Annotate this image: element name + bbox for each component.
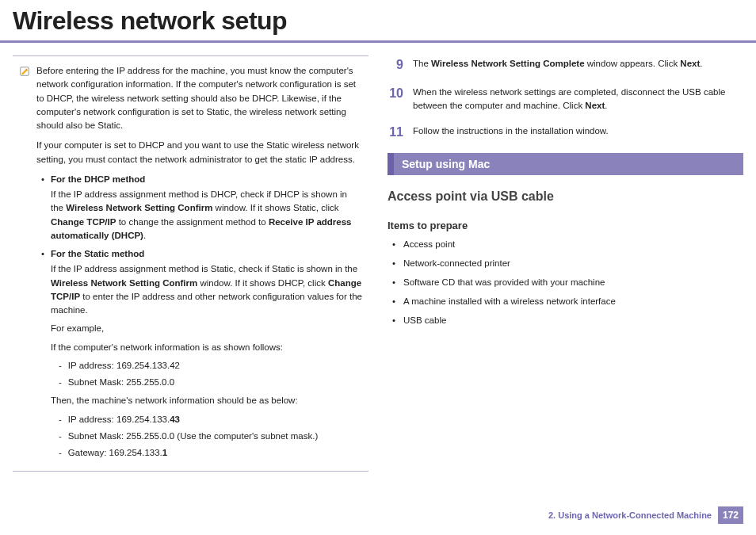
t: . [700,59,702,68]
t: . [143,231,146,240]
list-item: •Software CD that was provided with your… [388,277,743,287]
list-item: •Access point [388,239,743,249]
item-text: A machine installed with a wireless netw… [403,296,616,306]
ip-value: IP address: 169.254.133.42 [68,359,180,373]
dhcp-heading: For the DHCP method [51,173,145,186]
item-text: Software CD that was provided with your … [403,277,605,287]
step-number: 9 [388,55,403,75]
footer-chapter: 2. Using a Network-Connected Machine [548,510,712,520]
item-text: Network-connected printer [403,258,510,268]
static-heading: For the Static method [51,247,144,261]
bullet-icon: • [392,296,395,306]
ip2-row: -IP address: 169.254.133.43 [51,413,362,426]
note-content: Before entering the IP address for the m… [36,64,362,464]
t: The [413,59,431,68]
page-footer: 2. Using a Network-Connected Machine 172 [548,506,743,524]
then-label: Then, the machine's network information … [36,394,362,407]
dhcp-bullet: • For the DHCP method [36,173,362,186]
bullet-icon: • [41,247,44,261]
step-11: 11 Follow the instructions in the instal… [388,123,743,142]
note-para-2: If your computer is set to DHCP and you … [36,139,362,166]
dash-icon: - [59,413,62,426]
heading-items: Items to prepare [388,220,743,231]
t: to enter the IP address and other networ… [51,292,362,315]
note-para-1: Before entering the IP address for the m… [36,64,362,132]
content-columns: Before entering the IP address for the m… [0,43,756,484]
list-item: •A machine installed with a wireless net… [388,296,743,306]
bullet-icon: • [392,239,395,249]
t: . [605,101,607,110]
step-text: Follow the instructions in the installat… [413,123,743,142]
mask2-row: -Subnet Mask: 255.255.0.0 (Use the compu… [51,430,362,443]
bullet-icon: • [41,173,44,186]
t: 1 [162,448,167,457]
bullet-icon: • [392,258,395,268]
item-text: Access point [403,239,455,249]
static-text: If the IP address assignment method is S… [36,262,362,317]
dash-icon: - [59,376,62,389]
dhcp-text: If the IP address assignment method is D… [36,188,362,243]
heading-access-point: Access point via USB cable [388,189,743,204]
step-10: 10 When the wireless network settings ar… [388,84,743,113]
dash-icon: - [59,446,62,460]
mask-row: -Subnet Mask: 255.255.0.0 [51,376,362,389]
step-9: 9 The Wireless Network Setting Complete … [388,55,743,75]
left-column: Before entering the IP address for the m… [13,55,368,472]
ip-row: -IP address: 169.254.133.42 [51,359,362,373]
t: Next [680,59,700,68]
footer-page-number: 172 [718,506,743,524]
list-item: •Network-connected printer [388,258,743,268]
t: window appears. Click [585,59,681,68]
dash-icon: - [59,430,62,443]
step-text: When the wireless network settings are c… [413,84,743,113]
gw-row: -Gateway: 169.254.133.1 [51,446,362,460]
static-bullet: • For the Static method [36,247,362,261]
step-text: The Wireless Network Setting Complete wi… [413,55,743,75]
page-title: Wireless network setup [0,0,756,43]
mask2-value: Subnet Mask: 255.255.0.0 (Use the comput… [68,430,318,443]
dash-icon: - [59,359,62,373]
t: When the wireless network settings are c… [413,87,725,110]
t: Wireless Network Setting Confirm [66,203,212,212]
t: Gateway: 169.254.133. [68,448,162,457]
t: window. If it shows Static, click [212,203,338,212]
t: window. If it shows DHCP, click [197,278,328,288]
bullet-icon: • [392,277,395,287]
t: 43 [170,415,180,424]
mask-value: Subnet Mask: 255.255.0.0 [68,376,174,389]
note-icon [19,66,30,77]
t: Wireless Network Setting Confirm [51,278,197,288]
t: to change the assignment method to [116,217,268,227]
t: IP address: 169.254.133. [68,415,170,424]
right-column: 9 The Wireless Network Setting Complete … [388,55,743,472]
section-bar-mac: Setup using Mac [388,153,743,175]
example-label: For example, [36,322,362,335]
t: Next [585,101,605,110]
t: Change TCP/IP [51,217,116,227]
step-number: 11 [388,123,403,142]
item-text: USB cable [403,315,446,325]
bullet-icon: • [392,315,395,325]
note-box: Before entering the IP address for the m… [13,55,368,472]
example-intro: If the computer's network information is… [36,341,362,354]
step-number: 10 [388,84,403,113]
list-item: • USB cable [388,315,743,325]
t: Wireless Network Setting Complete [431,59,585,68]
t: If the IP address assignment method is S… [51,264,357,273]
